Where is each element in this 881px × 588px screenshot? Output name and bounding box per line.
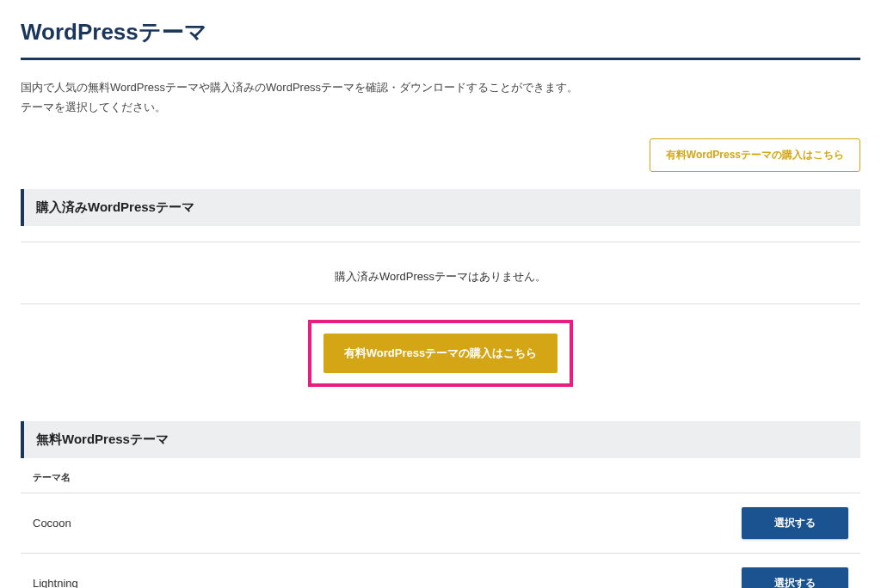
free-themes-section: 無料WordPressテーマ テーマ名 Cocoon 選択する Lightnin… bbox=[21, 421, 860, 588]
page-title: WordPressテーマ bbox=[21, 17, 860, 60]
divider bbox=[21, 303, 860, 304]
purchased-empty-message: 購入済みWordPressテーマはありません。 bbox=[335, 270, 546, 283]
top-button-row: 有料WordPressテーマの購入はこちら bbox=[21, 138, 860, 172]
theme-name: Cocoon bbox=[33, 517, 71, 530]
page-description: 国内で人気の無料WordPressテーマや購入済みのWordPressテーマを確… bbox=[21, 77, 860, 118]
table-row: Cocoon 選択する bbox=[21, 493, 860, 553]
divider bbox=[21, 242, 860, 242]
description-line-1: 国内で人気の無料WordPressテーマや購入済みのWordPressテーマを確… bbox=[21, 77, 860, 97]
column-header-row: テーマ名 bbox=[21, 463, 860, 493]
description-line-2: テーマを選択してください。 bbox=[21, 97, 860, 117]
theme-name: Lightning bbox=[33, 577, 78, 588]
select-theme-button[interactable]: 選択する bbox=[742, 567, 848, 588]
column-header-theme-name: テーマ名 bbox=[33, 472, 71, 482]
select-theme-button[interactable]: 選択する bbox=[742, 507, 848, 539]
highlight-box: 有料WordPressテーマの購入はこちら bbox=[308, 320, 573, 387]
table-row: Lightning 選択する bbox=[21, 553, 860, 588]
purchase-paid-theme-top-button[interactable]: 有料WordPressテーマの購入はこちら bbox=[650, 138, 860, 172]
free-themes-header: 無料WordPressテーマ bbox=[21, 421, 860, 458]
purchased-themes-header: 購入済みWordPressテーマ bbox=[21, 189, 860, 226]
highlight-button-wrap: 有料WordPressテーマの購入はこちら bbox=[21, 320, 860, 387]
purchased-themes-section: 購入済みWordPressテーマ 購入済みWordPressテーマはありません。… bbox=[21, 189, 860, 387]
purchased-empty-wrap: 購入済みWordPressテーマはありません。 bbox=[21, 258, 860, 288]
purchase-paid-theme-main-button[interactable]: 有料WordPressテーマの購入はこちら bbox=[323, 334, 558, 373]
